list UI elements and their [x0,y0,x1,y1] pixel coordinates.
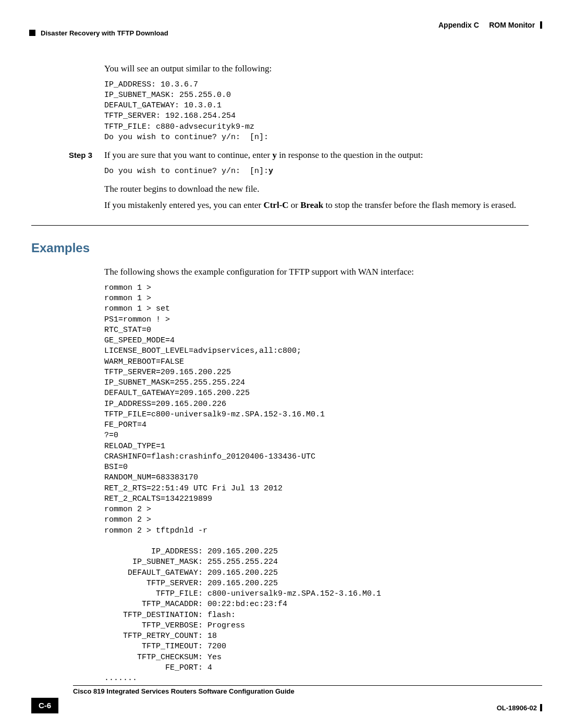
header-bar-icon [540,21,542,29]
examples-heading: Examples [31,239,529,257]
code2-bold: y [268,167,273,176]
p2-post: to stop the transfer before the flash me… [323,200,516,210]
step-3-text-post: in response to the question in the outpu… [277,150,423,160]
step-3-text-pre: If you are sure that you want to continu… [104,150,272,160]
p2-b2: Break [300,200,323,210]
step-3-text: If you are sure that you want to continu… [104,149,529,162]
output-code-block-2: Do you wish to continue? y/n: [n]:y [104,166,529,177]
appendix-title: ROM Monitor [489,21,535,29]
step-3-label: Step 3 [31,150,104,161]
page-footer: Cisco 819 Integrated Services Routers So… [0,685,563,713]
code2-pre: Do you wish to continue? y/n: [n]: [104,167,268,176]
footer-bar-icon [540,704,542,711]
appendix-label: Appendix C [438,21,479,29]
examples-intro: The following shows the example configur… [104,266,529,279]
doc-id-text: OL-18906-02 [497,704,537,712]
p2-mid: or [289,200,301,210]
step-3-text-bold: y [272,150,277,160]
section-title: Disaster Recovery with TFTP Download [41,29,168,37]
page-header: Appendix C ROM Monitor Disaster Recovery… [0,0,563,36]
square-bullet-icon [29,30,35,36]
header-appendix: Appendix C ROM Monitor [438,20,542,30]
intro-paragraph: You will see an output similar to the fo… [104,63,529,76]
after-step-para-2: If you mistakenly entered yes, you can e… [104,199,529,212]
output-code-block-1: IP_ADDRESS: 10.3.6.7 IP_SUBNET_MASK: 255… [104,80,529,143]
doc-id: OL-18906-02 [497,704,542,713]
page-content: You will see an output similar to the fo… [0,36,563,684]
footer-rule [73,685,542,686]
examples-code-block: rommon 1 > rommon 1 > rommon 1 > set PS1… [104,283,529,684]
step-3-row: Step 3 If you are sure that you want to … [31,149,529,162]
section-divider [31,225,529,226]
header-section: Disaster Recovery with TFTP Download [29,29,168,39]
footer-guide-title: Cisco 819 Integrated Services Routers So… [73,687,542,697]
p2-pre: If you mistakenly entered yes, you can e… [104,200,263,210]
page-number-badge: C-6 [31,698,58,713]
after-step-para-1: The router begins to download the new fi… [104,183,529,196]
p2-b1: Ctrl-C [263,200,288,210]
